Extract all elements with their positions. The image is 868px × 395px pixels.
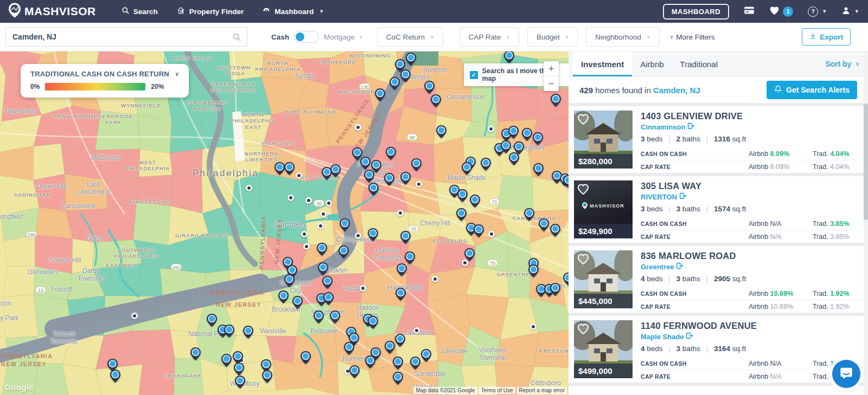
map-pin[interactable]: [462, 162, 472, 175]
scrollbar-thumb[interactable]: [864, 103, 868, 220]
map-pin[interactable]: [110, 370, 120, 383]
nav-search[interactable]: Search: [122, 7, 158, 16]
panel-scrollbar[interactable]: [864, 51, 868, 395]
map-pin[interactable]: [385, 341, 395, 354]
map-pin[interactable]: [424, 81, 435, 94]
map-pin[interactable]: [397, 263, 407, 276]
listing-photo[interactable]: $499,000: [574, 320, 633, 378]
map-pin[interactable]: [400, 69, 411, 82]
map-pin[interactable]: [551, 94, 561, 107]
zoom-out-button[interactable]: −: [544, 76, 559, 91]
listing-photo[interactable]: $445,000: [574, 250, 633, 308]
map-pin[interactable]: [533, 163, 544, 176]
map-pin[interactable]: [400, 231, 411, 244]
favorite-heart-icon[interactable]: [577, 323, 590, 337]
map-pin[interactable]: [284, 162, 295, 175]
nav-mashboard[interactable]: Mashboard ▼: [262, 7, 324, 16]
map-pin[interactable]: [406, 53, 416, 66]
map-pin[interactable]: [509, 152, 519, 165]
chat-widget-button[interactable]: [832, 360, 860, 388]
map-pin[interactable]: [364, 170, 374, 183]
legend-metric-dropdown[interactable]: TRADITIONAL CASH ON CASH RETURN ∨: [30, 70, 179, 78]
map-pin[interactable]: [524, 208, 534, 221]
map-pin[interactable]: [533, 132, 543, 145]
nav-property-finder[interactable]: Property Finder: [176, 7, 244, 16]
listing-neighborhood-link[interactable]: Cinnaminson: [641, 122, 863, 131]
map-pin[interactable]: [339, 245, 349, 258]
listing-card[interactable]: $499,000 1140 FERNWOOD AVENUE Maple Shad…: [569, 316, 868, 383]
mashvisor-logo[interactable]: MASHVISOR: [9, 3, 96, 20]
map-pin[interactable]: [393, 357, 403, 370]
map-pin[interactable]: [395, 334, 405, 347]
map-pin[interactable]: [318, 262, 328, 275]
map-pin[interactable]: [365, 355, 375, 368]
map-pin[interactable]: [314, 310, 324, 323]
map-pin[interactable]: [349, 365, 360, 378]
filter-budget[interactable]: Budget∨: [527, 27, 578, 47]
map-pin[interactable]: [344, 342, 354, 355]
listing-neighborhood-link[interactable]: Maple Shade: [641, 332, 863, 341]
map-pin[interactable]: [375, 88, 385, 101]
map-pin[interactable]: [323, 292, 334, 305]
mortgage-label[interactable]: Mortgage∨: [324, 33, 363, 41]
map-pin[interactable]: [330, 310, 340, 323]
map-pin[interactable]: [340, 218, 350, 231]
map-pin[interactable]: [411, 158, 422, 171]
listing-neighborhood-link[interactable]: Greentree: [641, 262, 863, 271]
map-pin[interactable]: [528, 264, 539, 277]
map-pin[interactable]: [393, 372, 403, 385]
heatmap-map[interactable]: HavertownMillbourneDrexel HillEast Lansd…: [0, 51, 569, 395]
map-pin[interactable]: [474, 224, 484, 237]
map-pin[interactable]: [235, 375, 245, 388]
map-pin[interactable]: [234, 362, 244, 375]
map-pin[interactable]: [470, 195, 480, 208]
map-pin[interactable]: [384, 173, 394, 186]
map-pin[interactable]: [368, 316, 378, 329]
map-pin[interactable]: [360, 157, 371, 170]
listing-card[interactable]: $280,000 1403 GLENVIEW DRIVE Cinnaminson…: [569, 106, 868, 173]
map-pin[interactable]: [243, 326, 253, 339]
map-pin[interactable]: [278, 290, 289, 303]
map-pin[interactable]: [563, 175, 569, 188]
map-pin[interactable]: [284, 274, 295, 287]
map-pin[interactable]: [550, 283, 560, 296]
map-pin[interactable]: [421, 349, 431, 362]
map-pin[interactable]: [322, 276, 333, 289]
map-pin[interactable]: [504, 51, 514, 63]
map-pin[interactable]: [368, 228, 378, 241]
listing-photo[interactable]: MASHVISOR $249,900: [574, 180, 633, 238]
favorite-heart-icon[interactable]: [577, 183, 590, 197]
tab-traditional[interactable]: Traditional: [672, 51, 726, 76]
location-search-input[interactable]: [6, 33, 227, 41]
more-filters-button[interactable]: ∨More Filters: [668, 33, 715, 41]
favorite-heart-icon[interactable]: [577, 113, 590, 127]
listing-address[interactable]: 305 LISA WAY: [641, 181, 863, 191]
favorite-heart-icon[interactable]: [577, 253, 590, 267]
map-pin[interactable]: [301, 351, 311, 364]
search-as-move-checkbox[interactable]: ✓: [470, 71, 478, 79]
map-pin[interactable]: [221, 354, 232, 367]
billing-button[interactable]: [744, 6, 755, 17]
tab-investment[interactable]: Investment: [573, 51, 632, 76]
map-pin[interactable]: [464, 248, 475, 261]
map-pin[interactable]: [400, 172, 411, 185]
map-pin[interactable]: [431, 94, 441, 107]
favorites-button[interactable]: 1: [769, 6, 793, 17]
listing-address[interactable]: 1403 GLENVIEW DRIVE: [641, 111, 863, 121]
map-pin[interactable]: [457, 189, 468, 202]
zoom-in-button[interactable]: +: [544, 61, 559, 76]
listing-photo[interactable]: $280,000: [574, 111, 633, 169]
listing-neighborhood-link[interactable]: RIVERTON: [641, 192, 863, 201]
tab-airbnb[interactable]: Airbnb: [632, 51, 672, 76]
sort-by-dropdown[interactable]: Sort by ∨: [825, 51, 859, 76]
results-location-link[interactable]: Camden, NJ: [653, 86, 700, 95]
filter-neighborhood[interactable]: Neighborhood∨: [586, 27, 659, 47]
cash-mortgage-toggle[interactable]: [294, 31, 319, 43]
map-pin[interactable]: [262, 370, 272, 383]
listing-address[interactable]: 836 MARLOWE ROAD: [641, 251, 863, 261]
map-pin[interactable]: [190, 347, 201, 360]
map-pin[interactable]: [292, 296, 303, 309]
map-pin[interactable]: [275, 162, 285, 175]
map-pin[interactable]: [508, 126, 519, 139]
map-pin[interactable]: [522, 128, 532, 141]
